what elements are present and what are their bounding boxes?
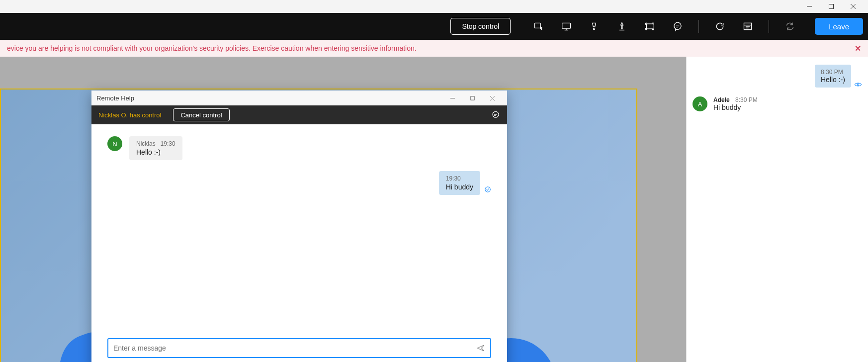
chat-message: 8:30 PM Hello :-) [693,65,862,88]
content-row: Remote Help Nicklas O. has control Cance… [0,57,868,362]
close-button[interactable] [842,0,864,13]
chat-input-row [91,338,507,362]
message-body: Hello :-) [821,76,845,84]
message-body: Hi buddy [713,103,758,111]
monitor-icon[interactable] [555,15,577,37]
message-time: 8:30 PM [821,69,845,76]
maximize-button[interactable] [820,0,842,13]
chat-bubble: 19:30 Hi buddy [439,171,480,195]
cancel-control-button[interactable]: Cancel control [173,108,229,121]
chat-message: N Nicklas 19:30 Hello :-) [107,136,491,160]
session-toolbar: Stop control Leave [0,13,868,40]
details-icon[interactable] [737,15,759,37]
laser-pointer-icon[interactable] [583,15,605,37]
chat-icon[interactable] [667,15,689,37]
remote-screen-area[interactable]: Remote Help Nicklas O. has control Cance… [0,57,686,362]
window-title: Remote Help [96,94,442,102]
svg-rect-10 [646,24,653,29]
leave-button[interactable]: Leave [815,18,863,35]
chat-bubble: 8:30 PM Hello :-) [815,65,851,88]
svg-rect-5 [562,23,571,28]
message-time: 19:30 [161,140,175,147]
remote-help-controlbar: Nicklas O. has control Cancel control [91,105,507,124]
svg-rect-25 [470,96,474,99]
remote-help-titlebar[interactable]: Remote Help [91,90,507,105]
read-receipt-icon [484,186,491,193]
chat-input-container[interactable] [107,338,491,358]
seen-icon [854,82,862,88]
request-control-icon[interactable] [527,15,549,37]
rh-minimize-button[interactable] [442,90,462,105]
side-chat-panel: 8:30 PM Hello :-) A Adele 8:30 PM Hi bud… [686,57,868,362]
message-input[interactable] [113,344,476,352]
message-body: Hello :-) [136,148,175,156]
chat-icon[interactable] [491,110,500,119]
refresh-icon[interactable] [709,15,731,37]
stop-control-button[interactable]: Stop control [450,18,511,35]
remote-help-window[interactable]: Remote Help Nicklas O. has control Cance… [91,90,507,362]
message-time: 19:30 [446,175,461,182]
rh-close-button[interactable] [482,90,502,105]
svg-point-30 [857,84,859,85]
minimize-button[interactable] [798,0,820,13]
toolbar-separator [769,20,769,33]
avatar: N [107,136,122,151]
chat-message: 19:30 Hi buddy [107,171,491,195]
outer-window-titlebar [0,0,868,13]
toolbar-separator [698,20,699,33]
compliance-warning-banner: evice you are helping is not compliant w… [0,40,868,57]
send-icon[interactable] [476,344,485,353]
chat-message: A Adele 8:30 PM Hi buddy [693,96,862,111]
svg-rect-20 [744,23,752,29]
svg-rect-1 [829,4,834,9]
svg-rect-4 [535,23,541,28]
control-status-text: Nicklas O. has control [98,111,161,119]
message-body: Hi buddy [446,183,473,191]
remote-desktop[interactable]: Remote Help Nicklas O. has control Cance… [0,89,637,362]
sender-name: Nicklas [136,140,156,147]
actual-size-icon[interactable] [639,15,661,37]
remote-help-chat: N Nicklas 19:30 Hello :-) 19:30 [91,124,507,338]
svg-point-8 [593,28,595,29]
sender-name: Adele [713,96,730,103]
rh-maximize-button[interactable] [462,90,482,105]
svg-point-29 [485,187,491,192]
warning-text: evice you are helping is not compliant w… [7,44,855,52]
avatar: A [693,96,707,111]
sync-icon[interactable] [779,15,801,37]
annotate-icon[interactable] [611,15,633,37]
chat-bubble: Nicklas 19:30 Hello :-) [129,136,182,160]
close-warning-button[interactable]: ✕ [855,44,861,53]
message-time: 8:30 PM [735,96,758,103]
